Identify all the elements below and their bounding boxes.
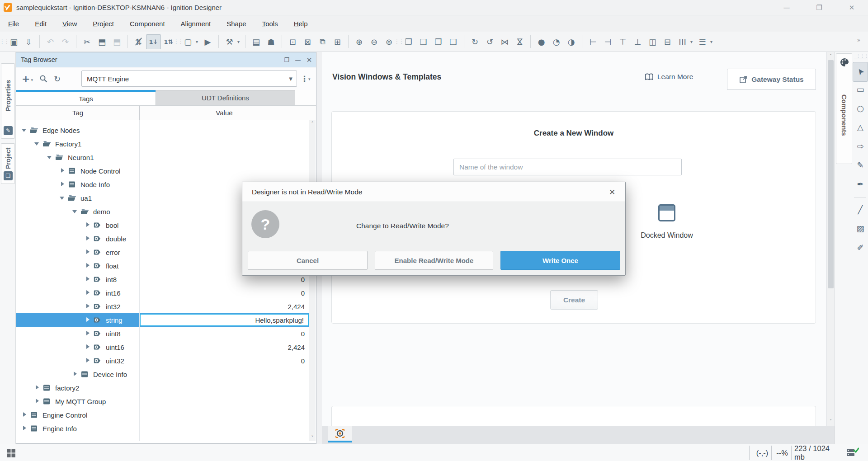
close-button[interactable]: ✕ bbox=[835, 0, 868, 15]
center-horizontal-icon[interactable]: ◫ bbox=[645, 34, 660, 49]
tree-row[interactable]: Engine Info bbox=[16, 422, 309, 435]
restore-button[interactable]: ❐ bbox=[803, 0, 835, 15]
tag-value-cell[interactable] bbox=[140, 368, 309, 381]
shrink-selection-icon[interactable]: ⊠ bbox=[300, 34, 315, 49]
tree-row[interactable]: uint8 0 bbox=[16, 327, 309, 340]
expand-arrow-icon[interactable] bbox=[59, 194, 66, 202]
cancel-button[interactable]: Cancel bbox=[248, 251, 368, 270]
expand-arrow-icon[interactable] bbox=[84, 262, 91, 269]
window-name-input[interactable] bbox=[453, 159, 682, 175]
expand-arrow-icon[interactable] bbox=[84, 289, 91, 296]
tag-value-cell[interactable] bbox=[140, 151, 309, 164]
scroll-down-icon[interactable]: ˅ bbox=[827, 418, 835, 425]
expand-arrow-icon[interactable] bbox=[84, 235, 91, 242]
tree-row[interactable]: My MQTT Group bbox=[16, 395, 309, 408]
tab-tags[interactable]: Tags bbox=[16, 90, 156, 105]
tag-value-cell[interactable] bbox=[140, 381, 309, 394]
tree-row[interactable]: Node Control bbox=[16, 164, 309, 178]
menu-project[interactable]: Project bbox=[86, 17, 120, 31]
send-to-back-icon[interactable]: ❏ bbox=[416, 34, 431, 49]
pen-tool-icon[interactable]: ✒ bbox=[853, 176, 868, 192]
expand-arrow-icon[interactable] bbox=[84, 276, 91, 283]
resize-selection-icon[interactable]: ⊞ bbox=[330, 34, 345, 49]
dialog-close-icon[interactable]: ✕ bbox=[605, 182, 619, 202]
tag-value-cell[interactable] bbox=[140, 124, 309, 136]
align-left-icon[interactable]: ⊢ bbox=[585, 34, 600, 49]
pencil-tool-icon[interactable]: ✎ bbox=[853, 157, 868, 173]
select-tool-icon[interactable]: ➤ bbox=[853, 62, 868, 82]
shape-subtract-icon[interactable]: ◔ bbox=[549, 34, 564, 49]
preview-play-icon[interactable]: ▶ bbox=[200, 34, 215, 49]
undo-icon[interactable]: ↶ bbox=[43, 34, 58, 49]
panel-close-icon[interactable]: ✕ bbox=[303, 52, 315, 67]
menu-shape[interactable]: Shape bbox=[220, 17, 252, 31]
tree-row[interactable]: string Hello,sparkplug! bbox=[16, 313, 309, 327]
tree-row[interactable]: Device Info bbox=[16, 367, 309, 381]
menu-help[interactable]: Help bbox=[288, 17, 314, 31]
tag-value-cell[interactable]: Hello,sparkplug! bbox=[140, 314, 309, 326]
menu-component[interactable]: Component bbox=[123, 17, 171, 31]
cut-icon[interactable]: ✂ bbox=[80, 34, 94, 49]
tree-row[interactable]: uint16 2,424 bbox=[16, 340, 309, 354]
panel-minimize-icon[interactable]: — bbox=[292, 52, 304, 67]
expand-arrow-icon[interactable] bbox=[84, 303, 91, 310]
scroll-up-icon[interactable]: ˄ bbox=[827, 52, 835, 60]
search-tags-icon[interactable] bbox=[39, 75, 47, 83]
tree-row[interactable]: int32 2,424 bbox=[16, 300, 309, 313]
distribute-horizontal-caret-icon[interactable]: ▾ bbox=[688, 34, 695, 49]
expand-selection-icon[interactable]: ⊡ bbox=[285, 34, 300, 49]
expand-arrow-icon[interactable] bbox=[33, 140, 41, 147]
gateway-status-button[interactable]: Gateway Status bbox=[727, 69, 816, 90]
tag-value-cell[interactable]: 0 bbox=[140, 327, 309, 340]
expand-arrow-icon[interactable] bbox=[59, 181, 66, 188]
expand-arrow-icon[interactable] bbox=[21, 127, 28, 134]
raise-layer-icon[interactable]: ❐ bbox=[431, 34, 446, 49]
align-bottom-icon[interactable]: ⊥ bbox=[630, 34, 645, 49]
rotate-ccw-icon[interactable]: ↺ bbox=[482, 34, 497, 49]
tree-row[interactable]: Engine Control bbox=[16, 408, 309, 422]
learn-more-link[interactable]: Learn More bbox=[645, 73, 693, 81]
flip-vertical-icon[interactable]: ⋈ bbox=[512, 34, 527, 49]
tag-value-cell[interactable] bbox=[140, 165, 309, 177]
tag-browser-menu-caret-icon[interactable]: ▾ bbox=[308, 77, 311, 81]
docked-window-option[interactable]: Docked Window bbox=[630, 204, 704, 240]
align-right-icon[interactable]: ⊣ bbox=[600, 34, 615, 49]
shape-union-icon[interactable]: ● bbox=[534, 34, 549, 49]
rotate-cw-icon[interactable]: ↻ bbox=[467, 34, 482, 49]
polygon-tool-icon[interactable]: △ bbox=[853, 119, 868, 135]
shape-intersect-icon[interactable]: ◑ bbox=[564, 34, 579, 49]
zoom-in-icon[interactable]: ⊕ bbox=[352, 34, 367, 49]
properties-panel-tab[interactable]: Properties ✎ bbox=[1, 63, 15, 139]
write-once-button[interactable]: Write Once bbox=[500, 251, 620, 270]
window-grid-icon[interactable] bbox=[6, 448, 16, 460]
bring-to-front-icon[interactable]: ❒ bbox=[401, 34, 416, 49]
create-button[interactable]: Create bbox=[550, 290, 598, 310]
tree-row[interactable]: uint32 0 bbox=[16, 354, 309, 367]
pattern-tool-icon[interactable]: ▨ bbox=[853, 220, 868, 236]
expand-arrow-icon[interactable] bbox=[71, 371, 79, 378]
tab-udt-definitions[interactable]: UDT Definitions bbox=[156, 90, 295, 105]
zoom-out-icon[interactable]: ⊖ bbox=[367, 34, 382, 49]
eyedropper-tool-icon[interactable]: ✐ bbox=[853, 239, 868, 255]
minimize-button[interactable]: — bbox=[770, 0, 803, 15]
expand-arrow-icon[interactable] bbox=[33, 398, 41, 405]
tag-provider-select[interactable]: MQTT Engine ▼ bbox=[81, 71, 297, 87]
expand-arrow-icon[interactable] bbox=[84, 343, 91, 351]
expand-arrow-icon[interactable] bbox=[84, 249, 91, 256]
getting-started-tab[interactable] bbox=[328, 426, 352, 442]
expand-arrow-icon[interactable] bbox=[33, 384, 41, 391]
expand-arrow-icon[interactable] bbox=[21, 411, 28, 419]
group-selection-icon[interactable]: ⧉ bbox=[315, 34, 330, 49]
path-tool-icon[interactable]: ╱ bbox=[853, 201, 868, 217]
scrollbar-thumb[interactable] bbox=[828, 60, 834, 288]
menu-file[interactable]: File bbox=[2, 17, 25, 31]
enable-readwrite-button[interactable]: Enable Read/Write Mode bbox=[375, 251, 493, 270]
tag-value-cell[interactable]: 0 bbox=[140, 287, 309, 299]
toolbar-overflow-icon[interactable]: » bbox=[851, 33, 866, 47]
project-panel-tab[interactable]: Project ❏ bbox=[1, 143, 15, 184]
redo-icon[interactable]: ↷ bbox=[58, 34, 73, 49]
expand-arrow-icon[interactable] bbox=[59, 167, 66, 174]
flip-horizontal-icon[interactable]: ⋈ bbox=[497, 34, 512, 49]
paste-icon[interactable]: ⬒ bbox=[109, 34, 124, 49]
tag-value-cell[interactable]: 2,424 bbox=[140, 341, 309, 353]
